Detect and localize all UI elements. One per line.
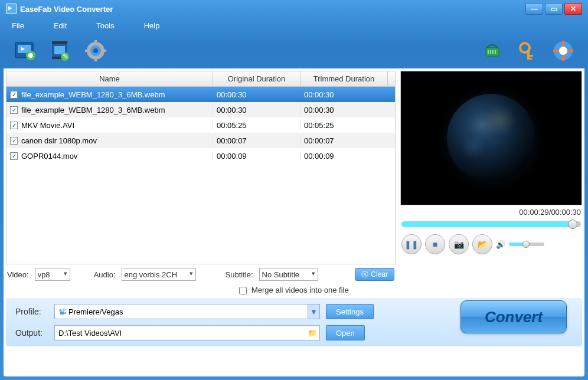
- convert-button[interactable]: Convert: [460, 300, 567, 333]
- open-folder-button[interactable]: 📂: [472, 234, 492, 254]
- original-duration: 00:00:07: [213, 136, 300, 145]
- preview-time: 00:00:29/00:00:30: [400, 205, 582, 219]
- merge-checkbox[interactable]: [239, 287, 247, 294]
- volume-slider[interactable]: [509, 243, 544, 246]
- row-checkbox[interactable]: ✓: [10, 91, 18, 99]
- video-codec-select[interactable]: vp8: [35, 268, 70, 281]
- original-duration: 00:00:30: [213, 106, 300, 114]
- volume-icon[interactable]: 🔊: [496, 240, 505, 249]
- file-name: file_example_WEBM_1280_3_6MB.webm: [21, 90, 165, 99]
- titlebar: EaseFab Video Converter ― ▭ ✕: [0, 0, 588, 18]
- preview-pane[interactable]: [400, 71, 582, 205]
- table-row[interactable]: ✓canon dslr 1080p.mov00:00:0700:00:07: [6, 133, 395, 148]
- file-name: MKV Movie.AVI: [21, 121, 74, 130]
- preview-thumbnail: [447, 94, 535, 182]
- trimmed-duration: 00:00:30: [300, 90, 388, 99]
- svg-rect-15: [94, 40, 97, 44]
- profile-label: Profile:: [15, 307, 48, 316]
- minimize-button[interactable]: ―: [525, 3, 543, 15]
- svg-rect-31: [562, 55, 564, 61]
- svg-rect-18: [103, 50, 106, 52]
- svg-rect-32: [553, 50, 559, 52]
- original-duration: 00:05:25: [213, 121, 300, 130]
- menu-file[interactable]: File: [12, 21, 24, 30]
- profile-icon: 📽: [58, 307, 66, 316]
- svg-text:✎: ✎: [63, 53, 68, 61]
- settings-gear-button[interactable]: [83, 38, 109, 64]
- svg-point-14: [93, 48, 98, 53]
- output-label: Output:: [15, 328, 48, 338]
- edit-video-button[interactable]: ✎: [47, 38, 73, 64]
- profile-select[interactable]: 📽 Premiere/Vegas ▼: [54, 304, 320, 319]
- svg-rect-27: [530, 58, 532, 60]
- subtitle-select[interactable]: No Subtitle: [259, 268, 318, 281]
- folder-icon[interactable]: 📁: [308, 329, 317, 338]
- app-icon: [6, 4, 17, 14]
- file-table: Name Original Duration Trimmed Duration …: [6, 71, 396, 264]
- svg-point-29: [559, 47, 567, 55]
- trimmed-duration: 00:00:09: [300, 152, 388, 160]
- seek-slider[interactable]: [401, 221, 581, 227]
- file-name: GOPR0144.mov: [21, 152, 77, 160]
- trimmed-duration: 00:00:07: [300, 136, 388, 145]
- settings-button[interactable]: Settings: [326, 304, 374, 319]
- file-name: file_example_WEBM_1280_3_6MB.webm: [21, 106, 165, 114]
- row-checkbox[interactable]: ✓: [10, 106, 18, 114]
- chevron-down-icon[interactable]: ▼: [308, 304, 319, 319]
- svg-rect-33: [567, 50, 573, 52]
- output-path-input[interactable]: D:\Test Videos\AVI 📁: [54, 325, 320, 340]
- svg-rect-16: [94, 58, 97, 61]
- trimmed-duration: 00:05:25: [300, 121, 388, 130]
- col-original-duration[interactable]: Original Duration: [213, 71, 300, 86]
- row-checkbox[interactable]: ✓: [10, 137, 18, 145]
- trimmed-duration: 00:00:30: [300, 106, 388, 114]
- row-checkbox[interactable]: ✓: [10, 122, 18, 129]
- open-button[interactable]: Open: [326, 325, 365, 340]
- pause-button[interactable]: ❚❚: [401, 234, 422, 254]
- merge-checkbox-label[interactable]: Merge all videos into one file: [239, 286, 348, 294]
- register-key-button[interactable]: [515, 38, 541, 64]
- table-row[interactable]: ✓file_example_WEBM_1280_3_6MB.webm00:00:…: [6, 87, 395, 102]
- svg-rect-5: [28, 54, 33, 57]
- subtitle-label: Subtitle:: [226, 270, 253, 279]
- original-duration: 00:00:09: [213, 152, 300, 160]
- file-name: canon dslr 1080p.mov: [21, 136, 97, 145]
- toolbar: ✎: [0, 33, 588, 68]
- add-file-button[interactable]: [12, 38, 38, 64]
- clear-icon: ⓧ: [361, 270, 368, 280]
- col-name[interactable]: Name: [6, 71, 213, 86]
- audio-label: Audio:: [94, 270, 116, 279]
- maximize-button[interactable]: ▭: [545, 3, 563, 15]
- menu-help[interactable]: Help: [144, 21, 160, 30]
- video-label: Video:: [7, 270, 29, 279]
- table-row[interactable]: ✓file_example_WEBM_1280_3_6MB.webm00:00:…: [6, 102, 395, 117]
- svg-rect-7: [52, 41, 67, 44]
- buy-button[interactable]: [479, 38, 505, 64]
- table-row[interactable]: ✓GOPR0144.mov00:00:0900:00:09: [6, 148, 395, 163]
- svg-rect-19: [486, 48, 499, 56]
- original-duration: 00:00:30: [213, 90, 300, 99]
- col-trimmed-duration[interactable]: Trimmed Duration: [300, 71, 388, 86]
- svg-rect-26: [530, 55, 533, 57]
- table-row[interactable]: ✓MKV Movie.AVI00:05:2500:05:25: [6, 117, 395, 133]
- svg-rect-30: [562, 41, 564, 47]
- clear-button[interactable]: ⓧClear: [355, 268, 394, 281]
- snapshot-button[interactable]: 📷: [449, 234, 469, 254]
- menu-edit[interactable]: Edit: [54, 21, 67, 30]
- row-checkbox[interactable]: ✓: [10, 152, 18, 160]
- close-button[interactable]: ✕: [564, 3, 582, 15]
- menu-tools[interactable]: Tools: [96, 21, 114, 30]
- help-button[interactable]: [550, 38, 576, 64]
- app-title: EaseFab Video Converter: [20, 5, 113, 14]
- audio-codec-select[interactable]: eng vorbis 2CH: [122, 268, 196, 281]
- svg-rect-17: [85, 50, 89, 52]
- stop-button[interactable]: ■: [425, 234, 445, 254]
- svg-rect-25: [527, 50, 530, 60]
- menubar: File Edit Tools Help: [0, 18, 588, 33]
